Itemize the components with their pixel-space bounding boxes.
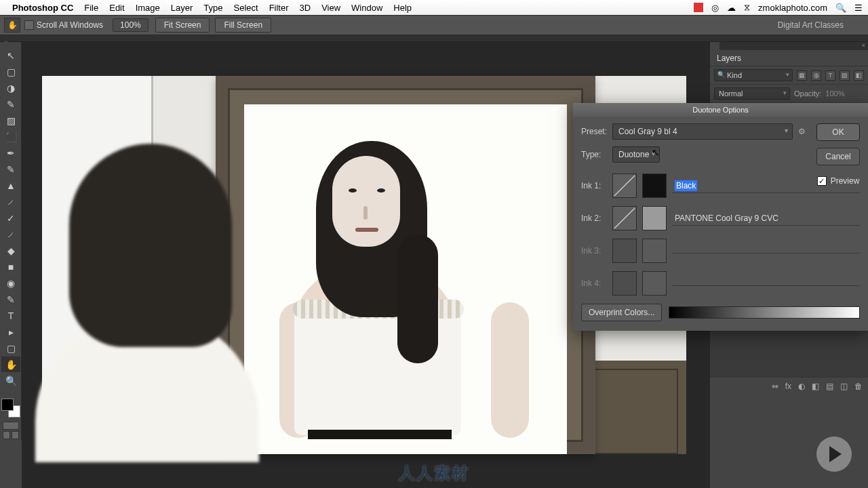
ink2-name-input[interactable]: PANTONE Cool Gray 9 CVC xyxy=(672,211,860,226)
quick-mask[interactable] xyxy=(3,422,19,430)
fg-bg-colors[interactable] xyxy=(1,399,20,418)
layers-footer: ⇔ fx ◐ ◧ ▤ ◫ 🗑 xyxy=(710,377,868,395)
group-icon[interactable]: ▤ xyxy=(826,382,833,391)
ok-button[interactable]: OK xyxy=(816,123,860,141)
tools-panel: ↖ ▢ ◑ ✎ ▨ ⬛ ✒ ✎ ▲ ⟋ ✓ ⟋ ◆ ■ ◉ ✎ T ▸ ▢ ✋ … xyxy=(0,42,22,441)
fx-icon[interactable]: fx xyxy=(785,382,791,391)
menu-image[interactable]: Image xyxy=(136,3,160,13)
site-label: zmoklaphoto.com xyxy=(758,3,827,13)
duotone-options-dialog: Duotone Options OK Cancel ✓ Preview Pres… xyxy=(573,103,868,331)
tool-hand[interactable]: ✋ xyxy=(1,357,20,372)
screen-mode[interactable] xyxy=(3,431,19,439)
menu-type[interactable]: Type xyxy=(203,3,222,13)
menu-filter[interactable]: Filter xyxy=(269,3,289,13)
filter-type-icon[interactable]: T xyxy=(825,70,835,81)
opacity-value[interactable]: 100% xyxy=(825,89,844,98)
type-select[interactable]: Duotone xyxy=(612,146,660,163)
tool-history[interactable]: ✓ xyxy=(1,210,20,226)
ink2-swatch[interactable] xyxy=(642,206,667,230)
tool-marquee[interactable]: ▢ xyxy=(1,64,20,79)
tool-quick-select[interactable]: ✎ xyxy=(1,96,20,112)
search-icon[interactable]: 🔍 xyxy=(835,3,846,13)
scroll-all-checkbox[interactable] xyxy=(24,20,34,30)
ink3-name-input xyxy=(672,249,860,253)
overprint-colors-button[interactable]: Overprint Colors... xyxy=(581,304,662,321)
type-label: Type: xyxy=(581,150,612,159)
document-tabs: × xyxy=(0,35,868,42)
play-button[interactable] xyxy=(816,436,852,472)
tool-lasso[interactable]: ◑ xyxy=(1,80,20,96)
menu-help[interactable]: Help xyxy=(393,3,412,13)
panel-close-icon[interactable]: × xyxy=(859,42,868,50)
preset-label: Preset: xyxy=(581,127,612,136)
tool-type[interactable]: T xyxy=(1,308,20,323)
ink1-swatch[interactable] xyxy=(642,174,667,198)
zoom-level[interactable]: 100% xyxy=(113,18,149,32)
ink3-label: Ink 3: xyxy=(581,246,612,256)
fit-screen-button[interactable]: Fit Screen xyxy=(155,18,210,33)
adjustment-icon[interactable]: ◧ xyxy=(812,382,819,391)
overprint-gradient xyxy=(669,306,860,319)
tool-shape[interactable]: ▢ xyxy=(1,340,20,356)
preview-label: Preview xyxy=(831,176,860,186)
cloud-icon[interactable]: ☁ xyxy=(727,3,736,13)
filter-adjust-icon[interactable]: ◍ xyxy=(811,70,821,81)
current-tool-icon[interactable]: ✋ xyxy=(4,18,20,33)
fill-screen-button[interactable]: Fill Screen xyxy=(215,18,271,33)
tool-eraser[interactable]: ⟋ xyxy=(1,226,20,242)
options-bar: ✋ Scroll All Windows 100% Fit Screen Fil… xyxy=(0,15,868,35)
tool-pen[interactable]: ✎ xyxy=(1,291,20,307)
app-name[interactable]: Photoshop CC xyxy=(12,3,73,13)
tool-path[interactable]: ▸ xyxy=(1,324,20,340)
filter-shape-icon[interactable]: ▨ xyxy=(840,70,850,81)
mac-menubar: Photoshop CC File Edit Image Layer Type … xyxy=(0,0,868,15)
ink4-swatch xyxy=(642,271,667,296)
menu-edit[interactable]: Edit xyxy=(109,3,124,13)
menu-select[interactable]: Select xyxy=(233,3,258,13)
tool-eyedropper[interactable]: ✒ xyxy=(1,145,20,161)
filter-smart-icon[interactable]: ◧ xyxy=(854,70,864,81)
menu-layer[interactable]: Layer xyxy=(171,3,193,13)
opacity-label: Opacity: xyxy=(794,89,821,98)
layer-filter-kind[interactable]: Kind xyxy=(714,69,793,81)
layers-tab[interactable]: Layers xyxy=(710,50,868,66)
mask-icon[interactable]: ◐ xyxy=(798,382,805,391)
ink2-curve[interactable] xyxy=(612,206,637,230)
ink3-curve xyxy=(612,239,637,263)
tool-dodge[interactable]: ◉ xyxy=(1,275,20,291)
wifi-icon[interactable]: ⧖ xyxy=(744,2,750,13)
blend-mode-select[interactable]: Normal xyxy=(714,87,790,100)
preset-select[interactable]: Cool Gray 9 bl 4 xyxy=(612,123,793,140)
filter-pixel-icon[interactable]: ▦ xyxy=(797,70,807,81)
trash-icon[interactable]: 🗑 xyxy=(854,382,863,391)
tool-crop[interactable]: ▨ xyxy=(1,113,20,128)
ink1-curve[interactable] xyxy=(612,174,637,198)
tool-zoom[interactable]: 🔍 xyxy=(1,373,20,388)
tool-frame[interactable]: ⬛ xyxy=(1,129,20,144)
ink2-label: Ink 2: xyxy=(581,214,612,223)
tool-healing[interactable]: ✎ xyxy=(1,161,20,177)
gear-icon[interactable]: ⚙ xyxy=(798,127,806,136)
menu-view[interactable]: View xyxy=(321,3,340,13)
tool-blur[interactable]: ■ xyxy=(1,259,20,274)
tool-move[interactable]: ↖ xyxy=(1,47,20,63)
scroll-all-label: Scroll All Windows xyxy=(37,20,103,30)
new-layer-icon[interactable]: ◫ xyxy=(840,382,848,391)
link-layers-icon[interactable]: ⇔ xyxy=(772,382,778,391)
ink3-swatch xyxy=(642,239,667,263)
tool-clone[interactable]: ⟋ xyxy=(1,194,20,209)
sync-icon[interactable]: ◎ xyxy=(711,3,719,13)
tool-gradient[interactable]: ◆ xyxy=(1,243,20,258)
ink4-label: Ink 4: xyxy=(581,279,612,288)
menu-3d[interactable]: 3D xyxy=(300,3,311,13)
tool-brush[interactable]: ▲ xyxy=(1,178,20,193)
preview-checkbox[interactable]: ✓ xyxy=(817,176,827,186)
menu-file[interactable]: File xyxy=(84,3,98,13)
menu-icon[interactable]: ☰ xyxy=(854,3,863,13)
workspace-label[interactable]: Digital Art Classes xyxy=(778,20,844,30)
dialog-title[interactable]: Duotone Options xyxy=(573,103,868,117)
watermark: 人人素材 xyxy=(399,462,469,484)
cancel-button[interactable]: Cancel xyxy=(816,148,860,165)
menu-window[interactable]: Window xyxy=(351,3,382,13)
ink4-curve xyxy=(612,271,637,296)
